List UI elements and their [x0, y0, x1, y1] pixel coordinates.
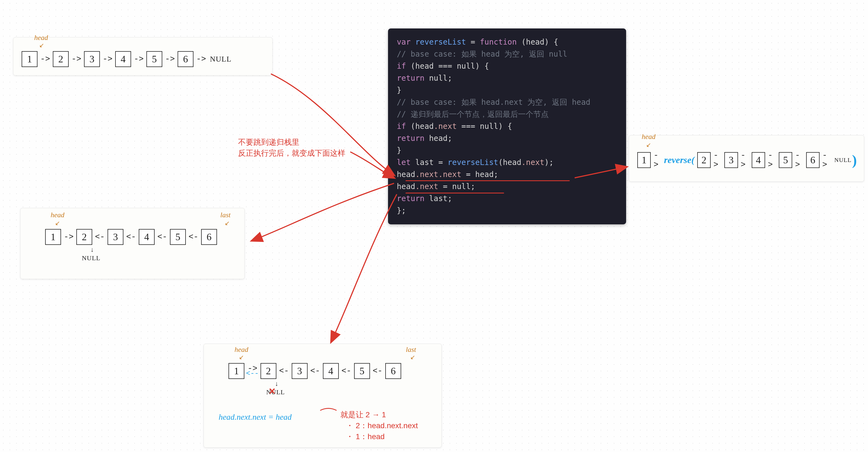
node-5: 5	[779, 152, 792, 168]
node-1: 1	[228, 363, 244, 379]
arrow-fwd: ->	[40, 55, 50, 64]
last-label: last	[406, 346, 416, 354]
node-3: 3	[292, 363, 308, 379]
head-pointer-arrow: ↙	[239, 354, 244, 361]
list-row: 1 -> 2 <- 3 <- 4 <- 5 <- 6	[43, 229, 238, 245]
down-arrow: ↓	[275, 380, 435, 387]
head-label: head	[642, 133, 656, 141]
code-line-7: // 递归到最后一个节点，返回最后一个节点	[397, 108, 617, 120]
node-6: 6	[385, 363, 401, 379]
node-4: 4	[139, 229, 155, 245]
node-4: 4	[115, 51, 131, 67]
node-4: 4	[752, 152, 765, 168]
cross-out-icon: ✕	[269, 386, 276, 396]
diagram-after-recursion: head ↙ last ↙ 1 -> 2 <- 3 <- 4 <- 5 <- 6…	[20, 208, 245, 279]
code-line-10: }	[397, 144, 617, 157]
arrow-fwd: ->	[653, 151, 662, 169]
code-line-1: var reverseList = function (head) {	[397, 36, 617, 48]
node-2: 2	[260, 363, 276, 379]
node-3: 3	[107, 229, 123, 245]
head-label: head	[34, 34, 48, 42]
node-5: 5	[354, 363, 370, 379]
head-pointer-arrow: ↙	[39, 42, 44, 49]
arrow-fwd: ->	[134, 55, 144, 64]
arrow-fwd: ->	[71, 55, 81, 64]
last-pointer-arrow: ↙	[410, 354, 415, 361]
arrow-back: <-	[279, 366, 289, 376]
annotation-line-2: 反正执行完后，就变成下面这样	[238, 148, 345, 159]
arrow-back: <-	[157, 232, 167, 241]
annotation-recursion-hint: 不要跳到递归栈里 反正执行完后，就变成下面这样	[238, 137, 345, 159]
underline-next-next	[406, 193, 504, 193]
code-line-6: // base case: 如果 head.next 为空, 返回 head	[397, 96, 617, 108]
code-line-3: if (head === null) {	[397, 60, 617, 72]
annotation-bullet-1: ・ 2：head.next.next	[346, 420, 418, 431]
arrow-back: <-	[342, 366, 351, 376]
node-1: 1	[637, 152, 651, 168]
annotation-explain: 就是让 2 → 1 ・ 2：head.next.next ・ 1：head	[340, 409, 418, 442]
annotation-line-1: 不要跳到递归栈里	[238, 137, 345, 148]
node-6: 6	[806, 152, 819, 168]
node-1: 1	[22, 51, 37, 67]
arrow-back: <-	[126, 232, 136, 241]
code-line-5: }	[397, 84, 617, 96]
null-below: NULL	[72, 254, 110, 262]
node-6: 6	[178, 51, 193, 67]
code-line-17: };	[397, 205, 617, 217]
null-text: NULL	[834, 157, 851, 164]
arrow-fwd: ->	[165, 55, 175, 64]
code-line-4: return null;	[397, 72, 617, 84]
code-line-13: head.next.next = head;	[397, 168, 617, 181]
arrow-fwd: ->	[768, 151, 776, 169]
arrow-back: <-	[310, 366, 320, 376]
node-5: 5	[170, 229, 186, 245]
reverse-text: reverse(	[664, 155, 694, 165]
node-1: 1	[45, 229, 61, 245]
arrow-fwd: ->	[196, 55, 206, 64]
code-line-16: return last;	[397, 193, 617, 205]
diagram-reverse-call: head ↙ 1 -> reverse( 2 -> 3 -> 4 -> 5 ->…	[629, 135, 864, 182]
node-5: 5	[146, 51, 162, 67]
head-pointer-arrow: ↙	[55, 220, 60, 227]
arrow-fwd: ->	[741, 151, 749, 169]
last-pointer-arrow: ↙	[225, 220, 229, 227]
list-row: 1 -> <-- 2 <- 3 <- 4 <- 5 <- 6	[227, 363, 435, 379]
arrow-back: <-	[95, 232, 105, 241]
arrow-fwd: ->	[795, 151, 803, 169]
underline-recursive-call	[406, 180, 570, 181]
head-label: head	[235, 346, 248, 354]
code-line-9: return head;	[397, 132, 617, 144]
list-row: 1 -> reverse( 2 -> 3 -> 4 -> 5 -> 6 -> N…	[636, 151, 857, 169]
annotation-title: 就是让 2 → 1	[340, 409, 418, 420]
head-pointer-arrow: ↙	[646, 141, 651, 149]
node-3: 3	[724, 152, 738, 168]
head-label: head	[51, 211, 65, 219]
arrow-back: <-	[373, 366, 382, 376]
down-arrow: ↓	[91, 246, 238, 253]
arrow-fwd: ->	[822, 151, 831, 169]
arrow-fwd: ->	[64, 232, 73, 241]
last-label: last	[220, 211, 231, 219]
annotation-bullet-2: ・ 1：head	[346, 431, 418, 442]
node-4: 4	[323, 363, 339, 379]
null-text: NULL	[210, 55, 231, 63]
code-line-8: if (head.next === null) {	[397, 120, 617, 132]
node-2: 2	[53, 51, 69, 67]
code-line-2: // base case: 如果 head 为空, 返回 null	[397, 48, 617, 60]
code-block: var reverseList = function (head) { // b…	[388, 28, 626, 224]
code-line-12: let last = reverseList(head.next);	[397, 157, 617, 168]
arrow-back: <-	[189, 232, 198, 241]
node-2: 2	[76, 229, 92, 245]
arrow-fwd: ->	[713, 151, 722, 169]
arrow-fwd: ->	[103, 55, 113, 64]
code-line-14: head.next = null;	[397, 181, 617, 193]
list-row: 1 -> 2 -> 3 -> 4 -> 5 -> 6 -> NULL	[20, 51, 266, 67]
node-6: 6	[201, 229, 217, 245]
close-paren: )	[852, 152, 857, 168]
arrow-back-blue: <--	[246, 371, 259, 376]
node-3: 3	[84, 51, 100, 67]
node-2: 2	[697, 152, 711, 168]
diagram-initial-list: head ↙ 1 -> 2 -> 3 -> 4 -> 5 -> 6 -> NUL…	[13, 37, 273, 75]
